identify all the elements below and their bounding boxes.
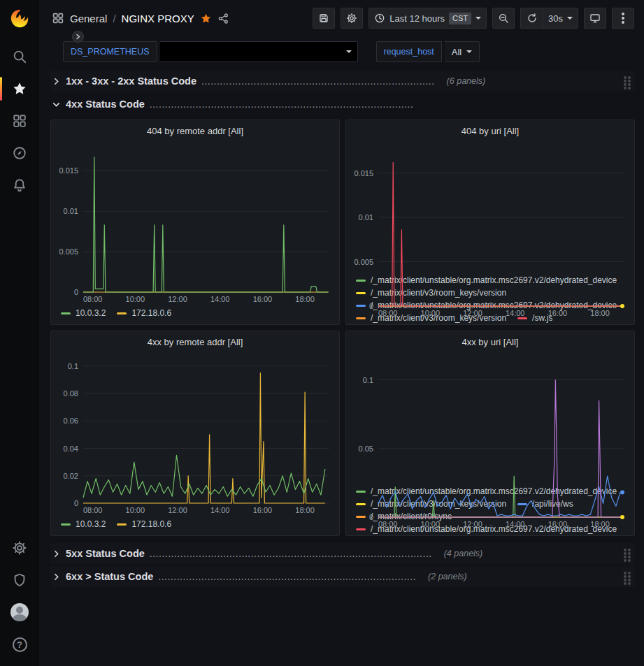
refresh-interval-value: 30s [548, 13, 563, 24]
svg-text:0.1: 0.1 [363, 376, 373, 384]
timeseries-chart[interactable]: 00.0050.010.01508:0010:0012:0014:0016:00… [346, 141, 634, 273]
dashboard-settings-button[interactable] [341, 8, 363, 29]
svg-text:16:00: 16:00 [548, 309, 568, 317]
favorite-star-icon[interactable] [200, 13, 212, 24]
row-drag-handle-icon[interactable] [624, 552, 627, 555]
breadcrumb-folder[interactable]: General [70, 13, 107, 24]
row-title-dots: ........................................… [158, 571, 416, 582]
variable-ds-prometheus-label[interactable]: DS_PROMETHEUS [63, 41, 157, 62]
row-1xx-3xx-2xx[interactable]: 1xx - 3xx - 2xx Status Code ............… [50, 71, 635, 92]
save-icon [318, 13, 329, 24]
legend-item[interactable]: 10.0.3.2 [61, 307, 106, 319]
panel-title[interactable]: 4xx by uri [All] [346, 331, 634, 352]
sidebar-item-starred[interactable] [0, 73, 39, 105]
kebab-menu-button[interactable] [612, 8, 634, 29]
row-title-dots: ........................................… [150, 99, 414, 110]
row-title: 4xx Status Code [66, 99, 145, 110]
row-drag-handle-icon[interactable] [624, 80, 627, 82]
timeseries-chart[interactable]: 00.050.108:0010:0012:0014:0016:0018:00 [346, 352, 634, 484]
kebab-icon [622, 17, 624, 20]
variable-request-host-label[interactable]: request_host [376, 41, 442, 62]
zoom-out-icon [498, 13, 509, 24]
refresh-button[interactable] [520, 8, 543, 29]
panel-title[interactable]: 404 by remote addr [All] [51, 120, 339, 141]
timeseries-chart[interactable]: 00.0050.010.01508:0010:0012:0014:0016:00… [51, 141, 339, 305]
sidebar-item-search[interactable] [0, 41, 39, 73]
sidebar-item-help[interactable]: ? [0, 628, 39, 660]
svg-text:18:00: 18:00 [590, 520, 610, 528]
svg-text:0.06: 0.06 [64, 417, 78, 425]
row-5xx[interactable]: 5xx Status Code ........................… [50, 543, 635, 564]
svg-text:0: 0 [369, 513, 373, 521]
chevron-down-icon [567, 17, 573, 22]
row-6xx[interactable]: 6xx > Status Code ......................… [50, 566, 635, 587]
share-icon[interactable] [217, 13, 229, 24]
grafana-logo-icon[interactable] [9, 8, 30, 29]
legend-series-label: 172.18.0.6 [131, 518, 171, 530]
sidebar-item-configuration[interactable] [0, 532, 39, 564]
svg-text:08:00: 08:00 [378, 309, 398, 317]
legend-series-color [117, 523, 127, 526]
sidebar-item-dashboards[interactable] [0, 105, 39, 137]
sidebar-item-alerting[interactable] [0, 169, 39, 201]
row-drag-handle-icon[interactable] [624, 575, 627, 578]
host-variable-value [160, 42, 341, 61]
refresh-interval-select[interactable]: 30s [543, 8, 578, 29]
chevron-right-icon [52, 77, 61, 86]
svg-text:14:00: 14:00 [210, 506, 230, 514]
help-icon: ? [13, 637, 27, 652]
panel-title[interactable]: 404 by uri [All] [346, 120, 634, 141]
svg-text:0.01: 0.01 [359, 213, 373, 222]
save-dashboard-button[interactable] [313, 8, 335, 29]
sidebar-item-explore[interactable] [0, 137, 39, 169]
chart-legend: 10.0.3.2172.18.0.6 [51, 305, 339, 324]
user-avatar [10, 603, 29, 621]
row-title-dots: ........................................… [201, 75, 435, 87]
legend-item[interactable]: 172.18.0.6 [117, 307, 171, 319]
svg-text:0.02: 0.02 [64, 472, 78, 480]
svg-text:0.01: 0.01 [64, 207, 78, 215]
svg-text:10:00: 10:00 [126, 295, 145, 303]
dashboard-topbar: General / NGINX PROXY [39, 0, 644, 36]
chevron-right-icon [75, 34, 81, 40]
svg-text:0: 0 [74, 499, 78, 507]
legend-item[interactable]: 172.18.0.6 [117, 518, 171, 530]
svg-text:0.005: 0.005 [59, 247, 78, 256]
request-host-select[interactable]: All [445, 41, 480, 62]
grafana-flame-icon [9, 8, 30, 29]
svg-text:12:00: 12:00 [463, 309, 482, 317]
row-panel-count: (6 panels) [447, 76, 486, 86]
legend-series-color [61, 523, 71, 526]
legend-item[interactable]: 10.0.3.2 [61, 518, 106, 530]
timeseries-chart[interactable]: 00.020.040.060.080.108:0010:0012:0014:00… [51, 352, 339, 516]
breadcrumb: General / NGINX PROXY [70, 13, 229, 24]
request-host-value: All [452, 47, 461, 57]
tv-mode-button[interactable] [584, 8, 606, 29]
svg-text:14:00: 14:00 [210, 295, 230, 303]
sidebar-expand-button[interactable] [72, 31, 84, 43]
legend-series-color [61, 312, 71, 314]
bell-icon [12, 178, 27, 193]
dashboard-title[interactable]: NGINX PROXY [122, 13, 194, 24]
host-variable-select[interactable] [160, 41, 358, 62]
legend-series-label: 172.18.0.6 [131, 307, 171, 319]
time-range-picker[interactable]: Last 12 hours CST [368, 8, 487, 29]
gear-icon [12, 540, 27, 556]
svg-text:10:00: 10:00 [421, 520, 441, 528]
breadcrumb-separator: / [113, 13, 115, 24]
panel-grid: 404 by remote addr [All] 00.0050.010.015… [50, 120, 635, 536]
svg-text:08:00: 08:00 [83, 295, 103, 303]
row-4xx[interactable]: 4xx Status Code ........................… [50, 94, 635, 115]
apps-grid-icon[interactable] [52, 12, 64, 24]
panel-404-by-remote-addr: 404 by remote addr [All] 00.0050.010.015… [50, 120, 340, 325]
zoom-out-button[interactable] [492, 8, 515, 29]
panel-title[interactable]: 4xx by remote addr [All] [51, 331, 339, 352]
svg-text:0.015: 0.015 [354, 169, 373, 178]
sidebar-item-profile[interactable] [0, 596, 39, 628]
star-icon [12, 81, 27, 96]
chart-legend: 10.0.3.2172.18.0.6 [51, 516, 339, 535]
sidebar-item-server-admin[interactable] [0, 564, 39, 596]
row-title: 5xx Status Code [66, 548, 145, 559]
svg-text:12:00: 12:00 [168, 295, 187, 303]
svg-text:18:00: 18:00 [295, 506, 315, 514]
